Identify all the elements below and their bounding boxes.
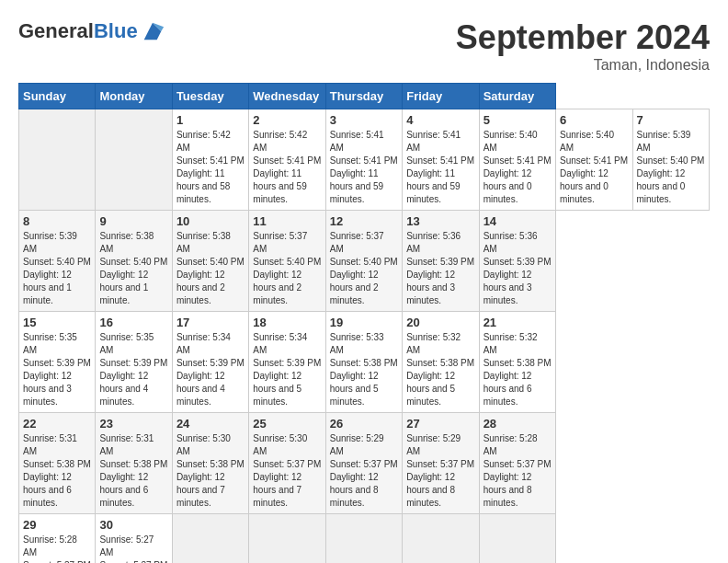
day-info: Sunrise: 5:29 AM Sunset: 5:37 PM Dayligh… [330, 432, 398, 510]
calendar-cell: 9 Sunrise: 5:38 AM Sunset: 5:40 PM Dayli… [96, 211, 172, 312]
calendar-cell: 16 Sunrise: 5:35 AM Sunset: 5:39 PM Dayl… [96, 312, 172, 413]
day-number: 24 [176, 417, 245, 431]
calendar-cell: 6 Sunrise: 5:40 AM Sunset: 5:41 PM Dayli… [556, 109, 632, 211]
day-info: Sunrise: 5:30 AM Sunset: 5:38 PM Dayligh… [176, 432, 245, 510]
logo-text: GeneralBlue [18, 19, 138, 43]
day-number: 1 [176, 113, 245, 127]
calendar-cell: 10 Sunrise: 5:38 AM Sunset: 5:40 PM Dayl… [172, 211, 248, 312]
calendar-cell: 25 Sunrise: 5:30 AM Sunset: 5:37 PM Dayl… [249, 413, 325, 514]
day-number: 8 [23, 214, 91, 228]
calendar-cell [479, 514, 555, 564]
day-info: Sunrise: 5:39 AM Sunset: 5:40 PM Dayligh… [23, 230, 91, 307]
day-number: 12 [330, 214, 398, 228]
calendar-week-4: 22 Sunrise: 5:31 AM Sunset: 5:38 PM Dayl… [19, 413, 710, 514]
logo: GeneralBlue [18, 18, 165, 44]
day-number: 28 [483, 417, 552, 431]
calendar-cell [403, 514, 479, 564]
calendar-cell [19, 109, 96, 211]
day-number: 3 [330, 113, 398, 127]
calendar-cell: 8 Sunrise: 5:39 AM Sunset: 5:40 PM Dayli… [19, 211, 96, 312]
calendar-cell: 24 Sunrise: 5:30 AM Sunset: 5:38 PM Dayl… [172, 413, 248, 514]
calendar-cell: 27 Sunrise: 5:29 AM Sunset: 5:37 PM Dayl… [403, 413, 479, 514]
day-info: Sunrise: 5:37 AM Sunset: 5:40 PM Dayligh… [330, 230, 398, 307]
calendar-week-5: 29 Sunrise: 5:28 AM Sunset: 5:37 PM Dayl… [19, 514, 710, 564]
day-number: 21 [483, 316, 552, 329]
calendar-cell: 22 Sunrise: 5:31 AM Sunset: 5:38 PM Dayl… [19, 413, 96, 514]
calendar-cell: 23 Sunrise: 5:31 AM Sunset: 5:38 PM Dayl… [96, 413, 172, 514]
calendar-body: 1 Sunrise: 5:42 AM Sunset: 5:41 PM Dayli… [19, 109, 710, 564]
calendar-cell: 11 Sunrise: 5:37 AM Sunset: 5:40 PM Dayl… [249, 211, 325, 312]
day-info: Sunrise: 5:32 AM Sunset: 5:38 PM Dayligh… [483, 331, 552, 408]
weekday-header-wednesday: Wednesday [249, 84, 325, 109]
weekday-header-sunday: Sunday [19, 84, 96, 109]
day-info: Sunrise: 5:42 AM Sunset: 5:41 PM Dayligh… [176, 129, 245, 206]
day-number: 6 [560, 113, 628, 127]
day-info: Sunrise: 5:38 AM Sunset: 5:40 PM Dayligh… [176, 230, 245, 307]
calendar-cell: 4 Sunrise: 5:41 AM Sunset: 5:41 PM Dayli… [403, 109, 479, 211]
day-info: Sunrise: 5:37 AM Sunset: 5:40 PM Dayligh… [253, 230, 321, 307]
day-info: Sunrise: 5:41 AM Sunset: 5:41 PM Dayligh… [330, 129, 398, 206]
day-info: Sunrise: 5:27 AM Sunset: 5:37 PM Dayligh… [99, 534, 167, 563]
day-info: Sunrise: 5:32 AM Sunset: 5:38 PM Dayligh… [406, 331, 474, 408]
day-number: 10 [176, 214, 245, 228]
calendar-cell: 20 Sunrise: 5:32 AM Sunset: 5:38 PM Dayl… [403, 312, 479, 413]
day-number: 22 [23, 417, 91, 431]
page-header: GeneralBlue September 2024 Taman, Indone… [18, 18, 710, 74]
day-number: 16 [99, 316, 167, 329]
weekday-header-friday: Friday [403, 84, 479, 109]
calendar-cell: 29 Sunrise: 5:28 AM Sunset: 5:37 PM Dayl… [19, 514, 96, 564]
calendar-cell: 18 Sunrise: 5:34 AM Sunset: 5:39 PM Dayl… [249, 312, 325, 413]
location: Taman, Indonesia [456, 57, 710, 74]
calendar-cell: 30 Sunrise: 5:27 AM Sunset: 5:37 PM Dayl… [96, 514, 172, 564]
day-number: 9 [99, 214, 167, 228]
day-info: Sunrise: 5:36 AM Sunset: 5:39 PM Dayligh… [483, 230, 552, 307]
day-info: Sunrise: 5:42 AM Sunset: 5:41 PM Dayligh… [253, 129, 321, 206]
calendar-cell: 7 Sunrise: 5:39 AM Sunset: 5:40 PM Dayli… [632, 109, 710, 211]
calendar-cell [325, 514, 402, 564]
day-info: Sunrise: 5:36 AM Sunset: 5:39 PM Dayligh… [406, 230, 474, 307]
day-number: 29 [23, 518, 91, 532]
calendar-cell: 12 Sunrise: 5:37 AM Sunset: 5:40 PM Dayl… [325, 211, 402, 312]
calendar-cell: 17 Sunrise: 5:34 AM Sunset: 5:39 PM Dayl… [172, 312, 248, 413]
calendar-table: SundayMondayTuesdayWednesdayThursdayFrid… [18, 83, 710, 563]
day-info: Sunrise: 5:39 AM Sunset: 5:40 PM Dayligh… [637, 129, 706, 206]
calendar-cell [172, 514, 248, 564]
calendar-cell [249, 514, 325, 564]
logo-icon [140, 18, 165, 44]
calendar-cell [96, 109, 172, 211]
day-info: Sunrise: 5:34 AM Sunset: 5:39 PM Dayligh… [253, 331, 321, 408]
day-number: 26 [330, 417, 398, 431]
day-number: 5 [483, 113, 552, 127]
month-title: September 2024 [456, 18, 710, 57]
calendar-cell: 19 Sunrise: 5:33 AM Sunset: 5:38 PM Dayl… [325, 312, 402, 413]
logo-blue: Blue [94, 19, 138, 42]
day-info: Sunrise: 5:31 AM Sunset: 5:38 PM Dayligh… [99, 432, 167, 510]
day-info: Sunrise: 5:34 AM Sunset: 5:39 PM Dayligh… [176, 331, 245, 408]
day-info: Sunrise: 5:41 AM Sunset: 5:41 PM Dayligh… [406, 129, 474, 206]
calendar-cell: 5 Sunrise: 5:40 AM Sunset: 5:41 PM Dayli… [479, 109, 555, 211]
day-info: Sunrise: 5:35 AM Sunset: 5:39 PM Dayligh… [23, 331, 91, 408]
weekday-header-tuesday: Tuesday [172, 84, 248, 109]
day-info: Sunrise: 5:31 AM Sunset: 5:38 PM Dayligh… [23, 432, 91, 510]
calendar-cell: 13 Sunrise: 5:36 AM Sunset: 5:39 PM Dayl… [403, 211, 479, 312]
day-info: Sunrise: 5:28 AM Sunset: 5:37 PM Dayligh… [483, 432, 552, 510]
day-info: Sunrise: 5:40 AM Sunset: 5:41 PM Dayligh… [483, 129, 552, 206]
logo-general: General [18, 19, 94, 42]
day-number: 19 [330, 316, 398, 329]
day-number: 18 [253, 316, 321, 329]
calendar-cell: 28 Sunrise: 5:28 AM Sunset: 5:37 PM Dayl… [479, 413, 555, 514]
calendar-cell: 14 Sunrise: 5:36 AM Sunset: 5:39 PM Dayl… [479, 211, 555, 312]
day-number: 17 [176, 316, 245, 329]
day-number: 25 [253, 417, 321, 431]
calendar-cell: 1 Sunrise: 5:42 AM Sunset: 5:41 PM Dayli… [172, 109, 248, 211]
weekday-header-thursday: Thursday [325, 84, 402, 109]
title-block: September 2024 Taman, Indonesia [456, 18, 710, 74]
day-number: 14 [483, 214, 552, 228]
calendar-cell: 26 Sunrise: 5:29 AM Sunset: 5:37 PM Dayl… [325, 413, 402, 514]
day-info: Sunrise: 5:33 AM Sunset: 5:38 PM Dayligh… [330, 331, 398, 408]
calendar-week-2: 8 Sunrise: 5:39 AM Sunset: 5:40 PM Dayli… [19, 211, 710, 312]
day-info: Sunrise: 5:30 AM Sunset: 5:37 PM Dayligh… [253, 432, 321, 510]
day-number: 11 [253, 214, 321, 228]
weekday-header-monday: Monday [96, 84, 172, 109]
calendar-cell: 3 Sunrise: 5:41 AM Sunset: 5:41 PM Dayli… [325, 109, 402, 211]
